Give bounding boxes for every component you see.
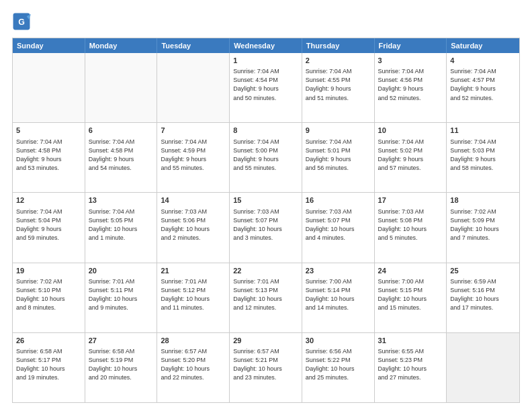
calendar-row-2: 5Sunrise: 7:04 AMSunset: 4:58 PMDaylight… [13,122,519,192]
cell-info: Sunrise: 7:04 AMSunset: 4:58 PMDaylight:… [89,138,154,173]
cell-info: Sunrise: 6:59 AMSunset: 5:16 PMDaylight:… [450,277,516,312]
weekday-header-sunday: Sunday [13,38,85,53]
day-number: 15 [233,195,298,205]
cal-cell-r1-c5: 10Sunrise: 7:04 AMSunset: 5:02 PMDayligh… [375,123,447,192]
cell-info: Sunrise: 6:57 AMSunset: 5:20 PMDaylight:… [161,347,226,382]
day-number: 23 [306,266,371,276]
day-number: 17 [378,195,443,205]
cal-cell-r3-c0: 19Sunrise: 7:02 AMSunset: 5:10 PMDayligh… [13,263,85,332]
cell-info: Sunrise: 7:04 AMSunset: 5:02 PMDaylight:… [378,138,443,173]
day-number: 28 [161,336,226,346]
day-number: 9 [306,126,371,136]
cell-info: Sunrise: 7:01 AMSunset: 5:12 PMDaylight:… [161,277,226,312]
calendar-row-5: 26Sunrise: 6:58 AMSunset: 5:17 PMDayligh… [13,332,519,402]
cell-info: Sunrise: 6:55 AMSunset: 5:23 PMDaylight:… [378,347,443,382]
cal-cell-r0-c2 [157,53,230,122]
cell-info: Sunrise: 7:03 AMSunset: 5:07 PMDaylight:… [306,208,371,242]
cal-cell-r2-c4: 16Sunrise: 7:03 AMSunset: 5:07 PMDayligh… [302,193,375,262]
day-number: 12 [16,195,81,205]
cell-info: Sunrise: 7:04 AMSunset: 4:56 PMDaylight:… [378,67,443,102]
cal-cell-r3-c4: 23Sunrise: 7:00 AMSunset: 5:14 PMDayligh… [302,263,375,332]
cell-info: Sunrise: 7:02 AMSunset: 5:09 PMDaylight:… [450,208,516,242]
day-number: 5 [16,126,81,136]
cal-cell-r3-c2: 21Sunrise: 7:01 AMSunset: 5:12 PMDayligh… [157,263,230,332]
logo-icon: G [12,12,31,31]
cell-info: Sunrise: 6:58 AMSunset: 5:19 PMDaylight:… [89,347,154,382]
calendar-body: 1Sunrise: 7:04 AMSunset: 4:54 PMDaylight… [13,53,519,402]
day-number: 1 [233,56,298,66]
cell-info: Sunrise: 7:00 AMSunset: 5:15 PMDaylight:… [378,277,443,312]
day-number: 22 [233,266,298,276]
calendar-row-4: 19Sunrise: 7:02 AMSunset: 5:10 PMDayligh… [13,263,519,332]
day-number: 26 [16,336,81,346]
cal-cell-r0-c3: 1Sunrise: 7:04 AMSunset: 4:54 PMDaylight… [230,53,302,122]
cal-cell-r2-c1: 13Sunrise: 7:04 AMSunset: 5:05 PMDayligh… [85,193,158,262]
day-number: 4 [450,56,516,66]
cal-cell-r0-c0 [13,53,85,122]
day-number: 16 [306,195,371,205]
cell-info: Sunrise: 7:02 AMSunset: 5:10 PMDaylight:… [16,277,81,312]
cal-cell-r4-c1: 27Sunrise: 6:58 AMSunset: 5:19 PMDayligh… [85,333,158,402]
weekday-header-friday: Friday [375,38,447,53]
cell-info: Sunrise: 7:04 AMSunset: 4:57 PMDaylight:… [450,67,516,102]
cal-cell-r3-c1: 20Sunrise: 7:01 AMSunset: 5:11 PMDayligh… [85,263,158,332]
cal-cell-r4-c2: 28Sunrise: 6:57 AMSunset: 5:20 PMDayligh… [157,333,230,402]
cal-cell-r2-c2: 14Sunrise: 7:03 AMSunset: 5:06 PMDayligh… [157,193,230,262]
calendar-row-3: 12Sunrise: 7:04 AMSunset: 5:04 PMDayligh… [13,192,519,262]
cell-info: Sunrise: 7:04 AMSunset: 5:00 PMDaylight:… [233,138,298,173]
cal-cell-r0-c1 [85,53,158,122]
day-number: 20 [89,266,154,276]
day-number: 21 [161,266,226,276]
cal-cell-r0-c5: 3Sunrise: 7:04 AMSunset: 4:56 PMDaylight… [375,53,447,122]
weekday-header-thursday: Thursday [302,38,375,53]
weekday-header-monday: Monday [85,38,158,53]
cell-info: Sunrise: 7:01 AMSunset: 5:13 PMDaylight:… [233,277,298,312]
cal-cell-r0-c6: 4Sunrise: 7:04 AMSunset: 4:57 PMDaylight… [447,53,519,122]
cal-cell-r3-c3: 22Sunrise: 7:01 AMSunset: 5:13 PMDayligh… [230,263,302,332]
cal-cell-r2-c3: 15Sunrise: 7:03 AMSunset: 5:07 PMDayligh… [230,193,302,262]
day-number: 3 [378,56,443,66]
day-number: 7 [161,126,226,136]
cell-info: Sunrise: 7:04 AMSunset: 4:55 PMDaylight:… [306,67,371,102]
cell-info: Sunrise: 7:04 AMSunset: 5:01 PMDaylight:… [306,138,371,173]
calendar: SundayMondayTuesdayWednesdayThursdayFrid… [12,38,520,403]
day-number: 13 [89,195,154,205]
cal-cell-r4-c4: 30Sunrise: 6:56 AMSunset: 5:22 PMDayligh… [302,333,375,402]
day-number: 14 [161,195,226,205]
cell-info: Sunrise: 7:03 AMSunset: 5:06 PMDaylight:… [161,208,226,242]
cell-info: Sunrise: 7:04 AMSunset: 4:59 PMDaylight:… [161,138,226,173]
day-number: 8 [233,126,298,136]
day-number: 6 [89,126,154,136]
cell-info: Sunrise: 7:00 AMSunset: 5:14 PMDaylight:… [306,277,371,312]
day-number: 11 [450,126,516,136]
day-number: 25 [450,266,516,276]
cell-info: Sunrise: 7:04 AMSunset: 5:05 PMDaylight:… [89,208,154,242]
cell-info: Sunrise: 7:03 AMSunset: 5:07 PMDaylight:… [233,208,298,242]
cell-info: Sunrise: 6:56 AMSunset: 5:22 PMDaylight:… [306,347,371,382]
weekday-header-tuesday: Tuesday [157,38,230,53]
cal-cell-r4-c3: 29Sunrise: 6:57 AMSunset: 5:21 PMDayligh… [230,333,302,402]
calendar-row-1: 1Sunrise: 7:04 AMSunset: 4:54 PMDaylight… [13,53,519,122]
page: G SundayMondayTuesdayWednesdayThursdayFr… [0,0,532,411]
day-number: 31 [378,336,443,346]
cal-cell-r3-c5: 24Sunrise: 7:00 AMSunset: 5:15 PMDayligh… [375,263,447,332]
cal-cell-r1-c4: 9Sunrise: 7:04 AMSunset: 5:01 PMDaylight… [302,123,375,192]
day-number: 19 [16,266,81,276]
cell-info: Sunrise: 7:01 AMSunset: 5:11 PMDaylight:… [89,277,154,312]
calendar-header: SundayMondayTuesdayWednesdayThursdayFrid… [13,38,519,53]
cell-info: Sunrise: 6:58 AMSunset: 5:17 PMDaylight:… [16,347,81,382]
day-number: 27 [89,336,154,346]
day-number: 2 [306,56,371,66]
day-number: 29 [233,336,298,346]
cal-cell-r0-c4: 2Sunrise: 7:04 AMSunset: 4:55 PMDaylight… [302,53,375,122]
cal-cell-r1-c6: 11Sunrise: 7:04 AMSunset: 5:03 PMDayligh… [447,123,519,192]
cal-cell-r3-c6: 25Sunrise: 6:59 AMSunset: 5:16 PMDayligh… [447,263,519,332]
cal-cell-r1-c2: 7Sunrise: 7:04 AMSunset: 4:59 PMDaylight… [157,123,230,192]
cell-info: Sunrise: 7:04 AMSunset: 4:54 PMDaylight:… [233,67,298,102]
cal-cell-r2-c6: 18Sunrise: 7:02 AMSunset: 5:09 PMDayligh… [447,193,519,262]
day-number: 10 [378,126,443,136]
cell-info: Sunrise: 6:57 AMSunset: 5:21 PMDaylight:… [233,347,298,382]
cell-info: Sunrise: 7:04 AMSunset: 4:58 PMDaylight:… [16,138,81,173]
day-number: 18 [450,195,516,205]
cal-cell-r1-c0: 5Sunrise: 7:04 AMSunset: 4:58 PMDaylight… [13,123,85,192]
